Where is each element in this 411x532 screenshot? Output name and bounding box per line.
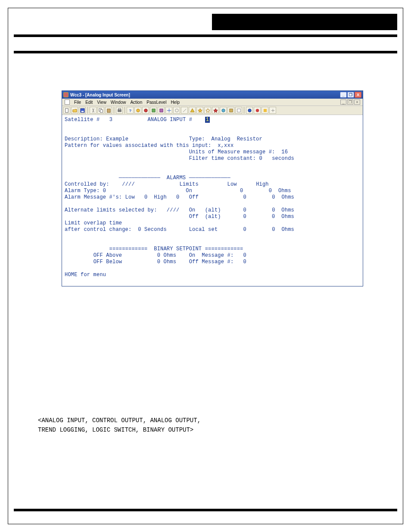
svg-point-21	[248, 109, 251, 112]
menu-view[interactable]: View	[97, 100, 106, 105]
menu-window[interactable]: Window	[111, 100, 126, 105]
tool-icon-14[interactable]	[262, 107, 268, 114]
on-alt-low[interactable]: 0	[243, 207, 246, 213]
alarm-msg-low[interactable]: 0	[144, 194, 147, 200]
title-bar[interactable]: Wcc3 - [Analog Input Screen] _ ❐ X	[62, 91, 363, 99]
off-msg-value[interactable]: 0	[243, 259, 246, 265]
off-above-label: OFF Above	[93, 252, 122, 258]
print-icon[interactable]	[116, 107, 123, 114]
alt-selected-value[interactable]: ////	[167, 207, 180, 213]
svg-rect-23	[263, 109, 266, 112]
type-value[interactable]: Analog Resistor	[212, 136, 262, 142]
tool-icon-10[interactable]	[227, 107, 234, 114]
off-low[interactable]: 0	[243, 194, 246, 200]
mdi-minimize-button[interactable]: _	[340, 100, 346, 105]
maximize-button[interactable]: ❐	[347, 92, 354, 98]
controlled-by-label: Controlled by:	[65, 181, 109, 187]
off-below-units: Ohms	[163, 259, 176, 265]
mdi-maximize-button[interactable]: ❐	[347, 100, 353, 105]
svg-rect-0	[65, 108, 68, 112]
toolbar: ?	[62, 106, 363, 115]
star-red-icon[interactable]	[212, 107, 219, 114]
tool-icon-3[interactable]	[150, 107, 157, 114]
tool-icon-7[interactable]	[181, 107, 188, 114]
help-icon[interactable]: ?	[127, 107, 134, 114]
tool-icon-4[interactable]	[158, 107, 165, 114]
svg-marker-14	[190, 108, 194, 112]
tool-icon-1[interactable]	[134, 107, 141, 114]
off-below-value[interactable]: 0	[157, 259, 160, 265]
window-buttons: _ ❐ X	[340, 92, 361, 98]
menu-file[interactable]: File	[74, 100, 81, 105]
binary-setpoint-title: BINARY SETPOINT	[154, 246, 202, 252]
tool-icon-15[interactable]	[269, 107, 276, 114]
limits-label: Limits	[179, 181, 198, 187]
app-window: Wcc3 - [Analog Input Screen] _ ❐ X File …	[62, 90, 363, 286]
svg-marker-15	[198, 108, 202, 112]
tool-icon-11[interactable]	[235, 107, 242, 114]
star-icon[interactable]	[196, 107, 203, 114]
on-high[interactable]: 0	[269, 188, 272, 194]
cut-icon[interactable]	[90, 107, 97, 114]
off-alt-low[interactable]: 0	[243, 214, 246, 220]
on-msg-value[interactable]: 0	[243, 252, 246, 258]
units-value[interactable]: 16	[281, 149, 288, 155]
pattern-value[interactable]: x,xxx	[218, 143, 234, 149]
svg-rect-12	[159, 109, 162, 112]
tool-icon-2[interactable]	[142, 107, 149, 114]
alarm-type-value[interactable]: 0	[103, 188, 106, 194]
on-label: On	[186, 188, 192, 194]
close-button[interactable]: X	[355, 92, 361, 98]
menu-passlevel[interactable]: PassLevel	[146, 100, 166, 105]
document-icon[interactable]	[65, 100, 70, 105]
reference-line-2: TREND LOGGING, LOGIC SWITCH, BINARY OUTP…	[38, 425, 374, 435]
svg-marker-17	[213, 108, 217, 112]
tool-icon-5[interactable]	[165, 107, 172, 114]
type-label: Type:	[189, 136, 205, 142]
analog-input-number[interactable]: 1	[205, 117, 210, 123]
tool-icon-8[interactable]	[189, 107, 196, 114]
analog-input-label: ANALOG INPUT #	[147, 117, 192, 123]
controlled-by-value[interactable]: ////	[122, 181, 135, 187]
tool-icon-12[interactable]	[246, 107, 253, 114]
star-outline-icon[interactable]	[204, 107, 211, 114]
off-alt-high[interactable]: 0	[272, 214, 275, 220]
minimize-button[interactable]: _	[340, 92, 347, 98]
menu-help[interactable]: Help	[171, 100, 180, 105]
tool-icon-6[interactable]	[173, 107, 180, 114]
after-change-value[interactable]: 0	[138, 227, 141, 233]
off-above-value[interactable]: 0	[157, 252, 160, 258]
description-value[interactable]: Example	[106, 136, 128, 142]
reference-line-1: <ANALOG INPUT, CONTROL OUTPUT, ANALOG OU…	[38, 416, 374, 425]
off-above-units: Ohms	[163, 252, 176, 258]
mdi-close-button[interactable]: ×	[354, 100, 360, 105]
record-icon[interactable]	[254, 107, 261, 114]
on-low[interactable]: 0	[240, 188, 243, 194]
pattern-label: Pattern for values associated with this …	[65, 143, 211, 149]
on-alt-high[interactable]: 0	[272, 207, 275, 213]
svg-rect-6	[118, 109, 121, 112]
after-change-units: Seconds	[144, 227, 167, 233]
menu-action[interactable]: Action	[130, 100, 142, 105]
description-label: Description:	[65, 136, 103, 142]
on-alt-label: On (alt)	[189, 207, 221, 213]
new-icon[interactable]	[63, 107, 70, 114]
off-high[interactable]: 0	[272, 194, 275, 200]
tool-icon-9[interactable]	[220, 107, 227, 114]
paste-icon[interactable]	[105, 107, 112, 114]
off-label: Off	[189, 194, 199, 200]
alarm-msg-high[interactable]: 0	[176, 194, 179, 200]
local-low[interactable]: 0	[243, 227, 246, 233]
open-icon[interactable]	[71, 107, 78, 114]
filter-value[interactable]: 0	[259, 156, 262, 162]
overlap-label: Limit overlap time	[65, 220, 122, 226]
satellite-number[interactable]: 3	[109, 117, 112, 123]
save-icon[interactable]	[79, 107, 86, 114]
alt-selected-label: Alternate limits selected by:	[65, 207, 157, 213]
copy-icon[interactable]	[97, 107, 104, 114]
alarms-title: ALARMS	[167, 175, 186, 181]
after-change-label: after control change:	[65, 227, 131, 233]
local-high[interactable]: 0	[272, 227, 275, 233]
svg-point-22	[255, 109, 258, 112]
menu-edit[interactable]: Edit	[85, 100, 93, 105]
